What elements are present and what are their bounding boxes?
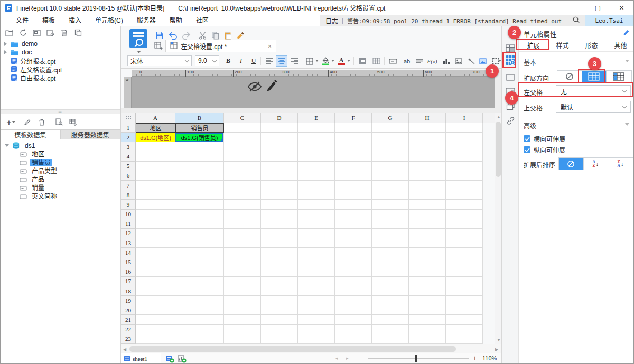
cell-E18[interactable] xyxy=(298,286,335,296)
cell-C5[interactable] xyxy=(224,162,261,171)
dataset-field-产品[interactable]: 产品 xyxy=(1,175,120,184)
horizontal-scrollbar[interactable]: ◀ ▶ xyxy=(121,344,501,353)
cell-E7[interactable] xyxy=(298,181,335,190)
cell-D16[interactable] xyxy=(261,267,298,277)
row-header-10[interactable]: 10 xyxy=(121,210,136,219)
expand-caret-icon[interactable] xyxy=(4,50,7,54)
delete-icon[interactable] xyxy=(60,29,69,38)
row-header-8[interactable]: 8 xyxy=(121,190,136,200)
cell-I8[interactable] xyxy=(446,190,483,200)
zoom-slider-track[interactable] xyxy=(368,358,469,359)
file-tree-label[interactable]: 自由报表.cpt xyxy=(20,73,55,82)
cell-I4[interactable] xyxy=(446,152,483,162)
cell-H12[interactable] xyxy=(409,229,446,238)
dataset-tab-服务器数据集[interactable]: 服务器数据集 xyxy=(61,129,121,139)
cell-H3[interactable] xyxy=(409,142,446,152)
menu-item-文件[interactable]: 文件 xyxy=(9,15,35,26)
cell-B15[interactable] xyxy=(175,257,224,267)
cell-D6[interactable] xyxy=(261,171,298,181)
merge-cells-button[interactable] xyxy=(357,55,368,67)
cell-D23[interactable] xyxy=(261,334,298,344)
cell-G1[interactable] xyxy=(372,123,409,133)
cell-C21[interactable] xyxy=(224,315,261,324)
cell-C12[interactable] xyxy=(224,229,261,238)
cell-G15[interactable] xyxy=(372,257,409,267)
edit-dataset-icon[interactable] xyxy=(23,118,32,127)
cell-C1[interactable] xyxy=(224,123,261,133)
cell-A3[interactable] xyxy=(136,142,175,152)
cell-I23[interactable] xyxy=(446,334,483,344)
dataset-root[interactable]: ds1 xyxy=(1,141,120,150)
unmerge-cells-button[interactable] xyxy=(370,55,382,67)
cell-E4[interactable] xyxy=(298,152,335,162)
cell-A19[interactable] xyxy=(136,296,175,305)
cell-F19[interactable] xyxy=(335,296,372,305)
row-header-13[interactable]: 13 xyxy=(121,238,136,248)
cell-F8[interactable] xyxy=(335,190,372,200)
fill-color-caret-icon[interactable] xyxy=(331,60,334,62)
checkbox-checked-icon[interactable] xyxy=(524,146,530,153)
row-header-19[interactable]: 19 xyxy=(121,296,136,305)
cell-E3[interactable] xyxy=(298,142,335,152)
up-parent-select[interactable]: 默认 xyxy=(556,101,631,113)
pager-next-icon[interactable]: ▸ xyxy=(346,356,349,361)
close-button[interactable]: ✕ xyxy=(610,1,633,15)
menu-item-插入[interactable]: 插入 xyxy=(62,15,88,26)
cell-E20[interactable] xyxy=(298,305,335,315)
cell-H1[interactable] xyxy=(409,123,446,133)
column-header-E[interactable]: E xyxy=(298,113,335,123)
cell-G5[interactable] xyxy=(372,162,409,171)
cell-A20[interactable] xyxy=(136,305,175,315)
file-tree-item-左父格设置.cpt[interactable]: 左父格设置.cpt xyxy=(1,65,120,73)
pager-prev-icon[interactable]: ◂ xyxy=(335,356,338,361)
cell-D9[interactable] xyxy=(261,200,298,209)
cell-G10[interactable] xyxy=(372,210,409,219)
scroll-up-icon[interactable]: ▲ xyxy=(497,115,501,119)
cell-D20[interactable] xyxy=(261,305,298,315)
locate-template-icon[interactable] xyxy=(32,29,41,38)
cell-E14[interactable] xyxy=(298,248,335,257)
cell-B6[interactable] xyxy=(175,171,224,181)
cell-A22[interactable] xyxy=(136,325,175,334)
cell-I2[interactable] xyxy=(446,133,483,142)
cell-A12[interactable] xyxy=(136,229,175,238)
cell-A13[interactable] xyxy=(136,238,175,248)
h-expandable-row[interactable]: 横向可伸展 xyxy=(524,134,565,143)
float-element-icon[interactable] xyxy=(505,72,516,82)
refresh-icon[interactable] xyxy=(18,29,27,38)
cell-I10[interactable] xyxy=(446,210,483,219)
expand-caret-icon[interactable] xyxy=(4,42,7,46)
cell-A9[interactable] xyxy=(136,200,175,209)
cell-H10[interactable] xyxy=(409,210,446,219)
preview-dataset-icon[interactable] xyxy=(54,118,63,127)
cell-B18[interactable] xyxy=(175,286,224,296)
cell-C19[interactable] xyxy=(224,296,261,305)
cell-A21[interactable] xyxy=(136,315,175,324)
dataset-field-英文简称[interactable]: 英文简称 xyxy=(1,192,120,201)
paste-icon[interactable] xyxy=(222,30,233,41)
copy-template-icon[interactable] xyxy=(73,29,82,38)
dataset-field-销量[interactable]: 销量 xyxy=(1,184,120,192)
cell-element-icon[interactable] xyxy=(505,43,516,53)
cell-F23[interactable] xyxy=(335,334,372,344)
cell-D14[interactable] xyxy=(261,248,298,257)
properties-tab-其他[interactable]: 其他 xyxy=(606,39,634,51)
insert-field-button[interactable] xyxy=(387,55,399,67)
scroll-down-icon[interactable]: ▼ xyxy=(497,338,501,342)
cell-D4[interactable] xyxy=(261,152,298,162)
left-parent-select[interactable]: 无 xyxy=(556,85,631,97)
dataset-field-label[interactable]: 销量 xyxy=(30,184,46,192)
cell-F15[interactable] xyxy=(335,257,372,267)
cell-H9[interactable] xyxy=(409,200,446,209)
cell-B8[interactable] xyxy=(175,190,224,200)
file-tree-item-分组报表.cpt[interactable]: 分组报表.cpt xyxy=(1,57,120,65)
row-header-6[interactable]: 6 xyxy=(121,171,136,181)
cell-E19[interactable] xyxy=(298,296,335,305)
cell-A10[interactable] xyxy=(136,210,175,219)
fill-color-button[interactable] xyxy=(321,55,330,67)
basic-section-label[interactable]: 基本 xyxy=(524,58,536,67)
row-header-12[interactable]: 12 xyxy=(121,229,136,238)
cell-I12[interactable] xyxy=(446,229,483,238)
cell-G16[interactable] xyxy=(372,267,409,277)
collapse-caret-icon[interactable] xyxy=(5,144,9,147)
